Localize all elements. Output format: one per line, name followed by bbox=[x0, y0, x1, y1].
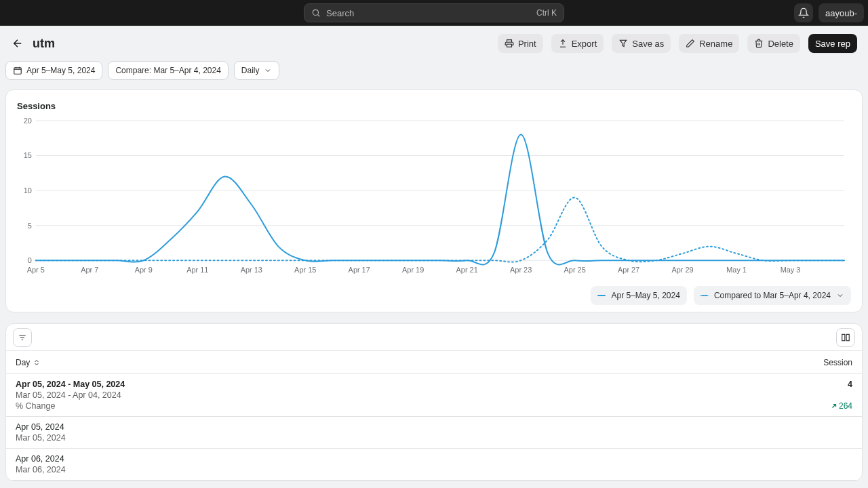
save-report-label: Save rep bbox=[815, 39, 850, 49]
filter-lines-icon bbox=[18, 333, 27, 342]
svg-text:0: 0 bbox=[28, 256, 32, 264]
rename-label: Rename bbox=[699, 39, 732, 49]
svg-line-40 bbox=[832, 405, 835, 408]
account-menu[interactable]: aayoub- bbox=[818, 3, 864, 22]
delete-label: Delete bbox=[768, 39, 793, 49]
sessions-chart-card: Sessions 05101520Apr 5Apr 7Apr 9Apr 11Ap… bbox=[5, 89, 863, 312]
legend-primary-label: Apr 5–May 5, 2024 bbox=[611, 291, 679, 300]
search-placeholder: Search bbox=[326, 8, 531, 18]
column-header-sessions[interactable]: Session bbox=[823, 358, 852, 367]
svg-text:Apr 7: Apr 7 bbox=[81, 266, 98, 274]
svg-line-1 bbox=[318, 15, 320, 17]
search-shortcut: Ctrl K bbox=[536, 8, 557, 18]
columns-icon bbox=[841, 333, 850, 342]
arrow-up-right-icon bbox=[831, 403, 837, 409]
summary-delta: 264 bbox=[831, 401, 852, 411]
page-title: utm bbox=[33, 37, 55, 51]
compare-label: Compare: Mar 5–Apr 4, 2024 bbox=[115, 66, 220, 75]
row-compare-date: Mar 06, 2024 bbox=[16, 465, 66, 474]
notifications-button[interactable] bbox=[794, 3, 813, 22]
date-range-picker[interactable]: Apr 5–May 5, 2024 bbox=[5, 61, 102, 80]
svg-text:Apr 23: Apr 23 bbox=[510, 266, 532, 274]
sort-icon bbox=[33, 359, 41, 367]
print-label: Print bbox=[518, 39, 536, 49]
global-search[interactable]: Search Ctrl K bbox=[304, 3, 564, 22]
upload-icon bbox=[558, 39, 568, 48]
svg-rect-3 bbox=[507, 40, 511, 43]
legend-compare-swatch bbox=[701, 295, 709, 296]
svg-rect-39 bbox=[846, 334, 849, 340]
trash-icon bbox=[754, 39, 764, 48]
svg-text:Apr 15: Apr 15 bbox=[294, 266, 316, 274]
chart-title: Sessions bbox=[17, 101, 851, 111]
legend-primary[interactable]: Apr 5–May 5, 2024 bbox=[591, 286, 686, 305]
delete-button[interactable]: Delete bbox=[747, 34, 800, 53]
date-range-label: Apr 5–May 5, 2024 bbox=[26, 66, 95, 75]
save-as-button[interactable]: Save as bbox=[612, 34, 671, 53]
pencil-icon bbox=[686, 39, 695, 48]
granularity-picker[interactable]: Daily bbox=[234, 61, 279, 80]
column-header-sessions-label: Session bbox=[823, 358, 852, 367]
legend-compare[interactable]: Compared to Mar 5–Apr 4, 2024 bbox=[694, 286, 851, 305]
svg-rect-4 bbox=[507, 44, 511, 47]
table-row[interactable]: Apr 05, 2024Mar 05, 2024 bbox=[6, 417, 862, 449]
granularity-label: Daily bbox=[241, 66, 260, 75]
legend-primary-swatch bbox=[597, 295, 606, 296]
bell-icon bbox=[798, 7, 809, 18]
column-header-day-label: Day bbox=[16, 358, 30, 367]
username: aayoub- bbox=[825, 8, 857, 18]
svg-text:20: 20 bbox=[24, 117, 32, 125]
summary-primary-range: Apr 05, 2024 - May 05, 2024 bbox=[16, 380, 125, 389]
summary-change-label: % Change bbox=[16, 401, 125, 411]
svg-text:Apr 27: Apr 27 bbox=[618, 266, 639, 274]
rename-button[interactable]: Rename bbox=[679, 34, 739, 53]
svg-rect-6 bbox=[14, 68, 22, 74]
table-summary-row: Apr 05, 2024 - May 05, 2024 Mar 05, 2024… bbox=[6, 374, 862, 417]
back-button[interactable] bbox=[11, 37, 24, 50]
search-icon bbox=[311, 8, 321, 18]
save-report-button[interactable]: Save rep bbox=[808, 34, 857, 53]
sessions-chart: 05101520Apr 5Apr 7Apr 9Apr 11Apr 13Apr 1… bbox=[17, 117, 851, 278]
svg-text:15: 15 bbox=[24, 151, 32, 159]
svg-text:Apr 13: Apr 13 bbox=[241, 266, 262, 274]
save-as-label: Save as bbox=[632, 39, 664, 49]
row-primary-date: Apr 05, 2024 bbox=[16, 422, 66, 432]
svg-marker-5 bbox=[620, 40, 627, 46]
print-icon bbox=[505, 39, 514, 48]
print-button[interactable]: Print bbox=[498, 34, 543, 53]
svg-text:May 3: May 3 bbox=[781, 266, 801, 274]
svg-text:Apr 25: Apr 25 bbox=[564, 266, 586, 274]
funnel-icon bbox=[618, 39, 628, 48]
chevron-down-icon bbox=[836, 291, 844, 300]
summary-primary-total: 4 bbox=[848, 380, 852, 389]
svg-rect-38 bbox=[842, 334, 845, 340]
filter-button[interactable] bbox=[13, 328, 32, 347]
svg-text:5: 5 bbox=[28, 222, 32, 230]
svg-text:Apr 17: Apr 17 bbox=[349, 266, 370, 274]
svg-text:Apr 19: Apr 19 bbox=[402, 266, 424, 274]
columns-button[interactable] bbox=[836, 328, 855, 347]
table-row[interactable]: Apr 06, 2024Mar 06, 2024 bbox=[6, 449, 862, 481]
row-primary-date: Apr 06, 2024 bbox=[16, 454, 66, 464]
sessions-table-card: Day Session Apr 05, 2024 - May 05, 2024 … bbox=[5, 323, 863, 481]
svg-text:Apr 9: Apr 9 bbox=[135, 266, 153, 274]
calendar-icon bbox=[13, 66, 22, 75]
chevron-down-icon bbox=[264, 66, 272, 75]
svg-text:10: 10 bbox=[24, 186, 32, 195]
legend-compare-label: Compared to Mar 5–Apr 4, 2024 bbox=[714, 291, 831, 300]
summary-compare-range: Mar 05, 2024 - Apr 04, 2024 bbox=[16, 390, 125, 400]
svg-text:Apr 5: Apr 5 bbox=[27, 266, 45, 274]
row-compare-date: Mar 05, 2024 bbox=[16, 433, 66, 443]
export-button[interactable]: Export bbox=[551, 34, 604, 53]
column-header-day[interactable]: Day bbox=[16, 358, 41, 367]
compare-picker[interactable]: Compare: Mar 5–Apr 4, 2024 bbox=[108, 61, 228, 80]
svg-text:May 1: May 1 bbox=[726, 266, 747, 274]
svg-text:Apr 29: Apr 29 bbox=[672, 266, 694, 274]
svg-text:Apr 11: Apr 11 bbox=[186, 266, 208, 274]
arrow-left-icon bbox=[12, 37, 24, 49]
export-label: Export bbox=[572, 39, 597, 49]
svg-text:Apr 21: Apr 21 bbox=[456, 266, 478, 274]
svg-point-0 bbox=[313, 9, 318, 15]
